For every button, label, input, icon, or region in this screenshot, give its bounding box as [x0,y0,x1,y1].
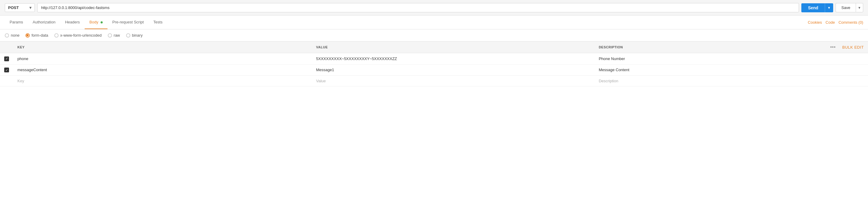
send-dropdown-button[interactable]: ▾ [825,3,833,12]
top-bar: POST ▾ Send ▾ Save ▾ [0,0,868,15]
cookies-link[interactable]: Cookies [808,20,822,25]
row2-description[interactable]: Message Content [594,64,868,76]
radio-none-circle [5,33,9,37]
th-value: VALUE [312,41,594,53]
tabs-left: Params Authorization Headers Body Pre-re… [5,15,167,29]
table-header-row: KEY VALUE DESCRIPTION ••• Bulk Edit [0,41,868,53]
send-btn-group: Send ▾ [801,3,833,12]
tab-headers[interactable]: Headers [60,15,85,29]
method-select[interactable]: POST ▾ [5,3,35,12]
tabs-right: Cookies Code Comments (0) [808,16,863,29]
more-options-icon[interactable]: ••• [830,44,836,50]
radio-form-data[interactable]: form-data [26,33,48,37]
row1-value[interactable]: 5XXXXXXXXX~5XXXXXXXXY~5XXXXXXXZZ [312,53,594,65]
row2-key[interactable]: messageContent [13,64,312,76]
tabs-bar: Params Authorization Headers Body Pre-re… [0,15,868,29]
checkbox-checked-icon: ✓ [4,57,9,61]
method-label: POST [8,5,19,10]
radio-none[interactable]: none [5,33,20,37]
comments-link[interactable]: Comments (0) [839,20,863,25]
radio-form-data-circle [26,33,30,37]
url-input[interactable] [37,3,799,12]
tab-authorization[interactable]: Authorization [28,15,60,29]
radio-binary-circle [126,33,130,37]
row1-key[interactable]: phone [13,53,312,65]
body-table: KEY VALUE DESCRIPTION ••• Bulk Edit ✓ [0,41,868,87]
checkbox-checked-icon: ✓ [4,68,9,72]
tab-tests[interactable]: Tests [149,15,167,29]
empty-description[interactable]: Description [594,76,868,87]
row1-description[interactable]: Phone Number [594,53,868,65]
tab-params[interactable]: Params [5,15,28,29]
tab-body[interactable]: Body [85,15,107,29]
body-type-bar: none form-data x-www-form-urlencoded raw… [0,29,868,41]
table-row: ✓ phone 5XXXXXXXXX~5XXXXXXXXY~5XXXXXXXZZ… [0,53,868,65]
th-key: KEY [13,41,312,53]
th-description: DESCRIPTION ••• Bulk Edit [594,41,868,53]
radio-raw-circle [108,33,112,37]
table-empty-row: Key Value Description [0,76,868,87]
tab-pre-request-script[interactable]: Pre-request Script [107,15,149,29]
bulk-edit-button[interactable]: Bulk Edit [842,45,864,50]
save-button[interactable]: Save [836,3,856,12]
body-dot-indicator [100,21,103,24]
th-checkbox [0,41,13,53]
radio-binary[interactable]: binary [126,33,143,37]
radio-urlencoded-circle [54,33,59,37]
radio-raw[interactable]: raw [108,33,120,37]
code-link[interactable]: Code [826,20,835,25]
table-row: ✓ messageContent Message1 Message Conten… [0,64,868,76]
send-button[interactable]: Send [801,3,825,12]
row2-value[interactable]: Message1 [312,64,594,76]
empty-key[interactable]: Key [13,76,312,87]
row2-checkbox[interactable]: ✓ [0,64,13,76]
save-btn-group: Save ▾ [836,3,863,12]
empty-value[interactable]: Value [312,76,594,87]
save-dropdown-button[interactable]: ▾ [856,3,863,12]
method-chevron-icon: ▾ [29,5,32,10]
radio-x-www-form-urlencoded[interactable]: x-www-form-urlencoded [54,33,102,37]
empty-checkbox [0,76,13,87]
row1-checkbox[interactable]: ✓ [0,53,13,65]
